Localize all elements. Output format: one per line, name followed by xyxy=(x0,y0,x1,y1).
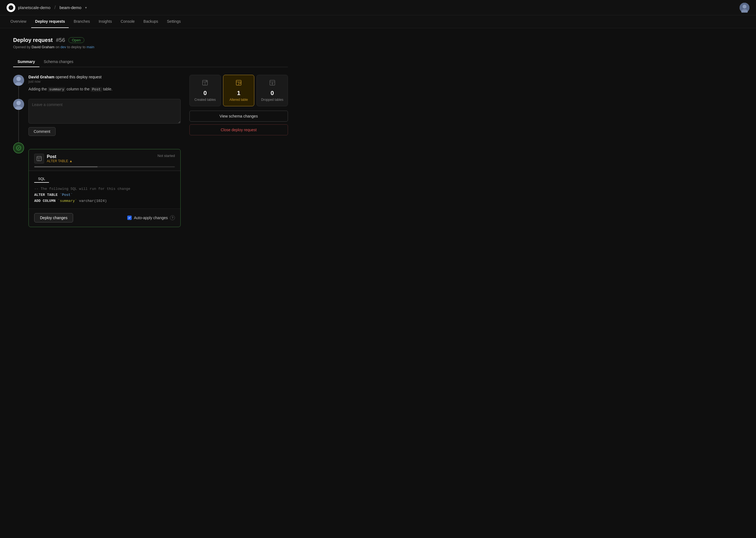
planetscale-logo xyxy=(7,3,15,12)
sub-tab-summary[interactable]: Summary xyxy=(13,57,39,67)
nav-tabs: Overview Deploy requests Branches Insigh… xyxy=(0,15,756,28)
path-separator: / xyxy=(54,5,56,10)
progress-bar xyxy=(34,166,175,167)
progress-bar-fill xyxy=(34,166,97,167)
org-name[interactable]: planetscale-demo xyxy=(18,5,50,10)
content-layout: David Graham opened this deploy request … xyxy=(13,75,288,234)
tab-overview[interactable]: Overview xyxy=(7,15,30,28)
deploy-request-meta: Opened by David Graham on dev to deploy … xyxy=(13,45,288,49)
avatar-commenter xyxy=(13,99,24,110)
dropped-tables-label: Dropped tables xyxy=(260,98,284,102)
svg-rect-13 xyxy=(37,156,41,161)
timeline-event-action: opened this deploy request xyxy=(56,75,102,79)
timeline: David Graham opened this deploy request … xyxy=(13,75,181,234)
sql-column-name: `summary` xyxy=(58,199,77,203)
timeline-event-title: David Graham opened this deploy request xyxy=(28,75,181,79)
created-tables-icon xyxy=(193,80,217,87)
timeline-comment-content: Comment xyxy=(28,99,181,142)
close-deploy-request-button[interactable]: Close deploy request xyxy=(189,124,288,135)
meta-to: to deploy to xyxy=(67,45,85,49)
tab-backups[interactable]: Backups xyxy=(140,15,162,28)
stat-card-altered[interactable]: 1 Altered table xyxy=(223,75,255,106)
tab-settings[interactable]: Settings xyxy=(163,15,185,28)
auto-apply-row: Auto-apply changes ? xyxy=(127,215,175,220)
deploy-request-header: Deploy request #56 Open xyxy=(13,37,288,43)
desc-code-summary: summary xyxy=(48,87,66,92)
tab-branches[interactable]: Branches xyxy=(70,15,94,28)
comment-button[interactable]: Comment xyxy=(28,127,56,136)
timeline-left xyxy=(13,75,24,99)
timeline-deploy-card-content: Post ALTER TABLE ▲ Not started xyxy=(28,142,181,234)
sql-block: SQL -- The following SQL will run for th… xyxy=(29,171,180,208)
user-avatar[interactable] xyxy=(739,3,749,13)
meta-branch-to[interactable]: main xyxy=(86,45,94,49)
sub-tab-schema-changes[interactable]: Schema changes xyxy=(39,57,78,67)
desc-code-post: Post xyxy=(91,87,102,92)
deploy-status-icon xyxy=(13,142,24,153)
timeline-left-comment xyxy=(13,99,24,142)
timeline-item-comment: Comment xyxy=(13,99,181,142)
sql-alter-table-keyword: ALTER TABLE xyxy=(34,193,58,197)
deploy-card-title: Post ALTER TABLE ▲ xyxy=(34,154,72,164)
tab-insights[interactable]: Insights xyxy=(95,15,116,28)
top-bar: planetscale-demo / beam-demo ▾ xyxy=(0,0,756,15)
auto-apply-checkbox[interactable] xyxy=(127,216,132,220)
timeline-description: Adding the summary column to the Post ta… xyxy=(28,86,181,92)
desc-mid: column to the xyxy=(67,87,89,91)
sql-add-column-keyword: ADD COLUMN xyxy=(34,199,56,203)
not-started-badge: Not started xyxy=(157,154,175,158)
deploy-card-footer: Deploy changes Auto-apply changes ? xyxy=(29,208,180,227)
comment-input[interactable] xyxy=(28,99,181,124)
tab-deploy-requests[interactable]: Deploy requests xyxy=(31,15,69,28)
created-tables-count: 0 xyxy=(193,89,217,97)
repo-dropdown-button[interactable]: ▾ xyxy=(84,5,88,10)
status-badge: Open xyxy=(69,37,84,43)
created-tables-label: Created tables xyxy=(193,98,217,102)
stat-card-dropped[interactable]: 0 Dropped tables xyxy=(257,75,288,106)
altered-table-label: Altered table xyxy=(227,98,251,102)
timeline-content: David Graham opened this deploy request … xyxy=(28,75,181,99)
sql-column-type: varchar(1024) xyxy=(79,199,107,203)
stats-row: 0 Created tables 1 Altered table xyxy=(189,75,288,106)
table-icon xyxy=(36,156,42,161)
altered-table-icon xyxy=(227,80,251,87)
top-bar-left: planetscale-demo / beam-demo ▾ xyxy=(7,3,739,12)
deploy-card: Post ALTER TABLE ▲ Not started xyxy=(28,149,181,227)
timeline-connector-2 xyxy=(18,110,19,142)
timeline-event-time: just now xyxy=(28,80,181,83)
timeline-item-deploy-card: Post ALTER TABLE ▲ Not started xyxy=(13,142,181,234)
svg-point-4 xyxy=(742,5,746,9)
alter-table-label: ALTER TABLE xyxy=(47,159,68,163)
sql-comment: -- The following SQL will run for this c… xyxy=(34,186,175,192)
deploy-changes-button[interactable]: Deploy changes xyxy=(34,213,73,222)
sql-code: -- The following SQL will run for this c… xyxy=(34,186,175,204)
alter-table-badge[interactable]: ALTER TABLE ▲ xyxy=(47,159,72,163)
repo-name[interactable]: beam-demo xyxy=(59,5,81,10)
tab-console[interactable]: Console xyxy=(117,15,138,28)
alter-table-chevron: ▲ xyxy=(69,159,72,163)
sql-line1: ALTER TABLE `Post` xyxy=(34,192,175,198)
auto-apply-help-icon[interactable]: ? xyxy=(170,215,175,220)
stat-card-created[interactable]: 0 Created tables xyxy=(189,75,221,106)
meta-user: David Graham xyxy=(31,45,55,49)
table-icon-box xyxy=(34,154,44,164)
content-main: David Graham opened this deploy request … xyxy=(13,75,181,234)
view-schema-button[interactable]: View schema changes xyxy=(189,111,288,122)
meta-branch-from[interactable]: dev xyxy=(61,45,66,49)
sql-tab-sql[interactable]: SQL xyxy=(34,175,49,183)
timeline-connector xyxy=(18,86,19,99)
sidebar: 0 Created tables 1 Altered table xyxy=(189,75,288,234)
svg-point-7 xyxy=(17,77,21,81)
sql-line2: ADD COLUMN `summary` varchar(1024) xyxy=(34,198,175,204)
deploy-card-name-block: Post ALTER TABLE ▲ xyxy=(47,154,72,163)
timeline-item-event: David Graham opened this deploy request … xyxy=(13,75,181,99)
timeline-event-user: David Graham xyxy=(28,75,55,79)
deploy-request-title: Deploy request xyxy=(13,37,53,43)
altered-table-count: 1 xyxy=(227,89,251,97)
desc-post: table. xyxy=(103,87,112,91)
main-content: Deploy request #56 Open Opened by David … xyxy=(0,28,301,242)
svg-point-10 xyxy=(17,101,21,105)
deploy-card-title-row: Post ALTER TABLE ▲ Not started xyxy=(34,154,175,164)
deploy-request-number: #56 xyxy=(56,37,65,43)
timeline-left-deploy xyxy=(13,142,24,234)
